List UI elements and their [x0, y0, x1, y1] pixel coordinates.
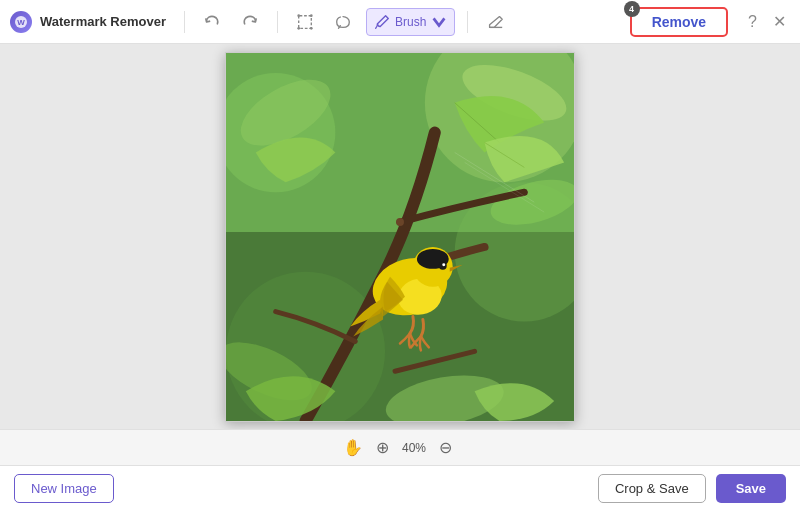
image-display[interactable]: [225, 52, 575, 422]
bottom-bar: New Image Crop & Save Save: [0, 465, 800, 511]
window-controls: ? ✕: [744, 10, 790, 33]
help-button[interactable]: ?: [744, 11, 761, 33]
svg-point-21: [396, 218, 404, 226]
svg-point-5: [297, 26, 300, 29]
title-bar: W Watermark Remover: [0, 0, 800, 44]
remove-button[interactable]: Remove: [630, 7, 728, 37]
remove-button-wrap: 4 Remove: [630, 7, 728, 37]
notification-badge: 4: [624, 1, 640, 17]
zoom-bar: ✋ ⊕ 40% ⊖: [0, 429, 800, 465]
new-image-button[interactable]: New Image: [14, 474, 114, 503]
selection-button[interactable]: [290, 9, 320, 35]
main-content: [0, 44, 800, 429]
zoom-in-button[interactable]: ⊕: [371, 436, 394, 459]
bottom-right-area: Crop & Save Save: [598, 474, 786, 503]
hand-tool-icon[interactable]: ✋: [343, 438, 363, 457]
toolbar-separator-3: [467, 11, 468, 33]
zoom-level: 40%: [402, 441, 426, 455]
image-canvas: [225, 52, 575, 422]
svg-rect-2: [299, 15, 312, 28]
lasso-button[interactable]: [328, 9, 358, 35]
close-button[interactable]: ✕: [769, 10, 790, 33]
toolbar-separator: [184, 11, 185, 33]
undo-button[interactable]: [197, 9, 227, 35]
toolbar-separator-2: [277, 11, 278, 33]
svg-text:W: W: [17, 18, 25, 27]
redo-button[interactable]: [235, 9, 265, 35]
app-logo: W: [10, 11, 32, 33]
brush-label: Brush: [395, 15, 426, 29]
svg-point-4: [310, 14, 313, 17]
brush-button[interactable]: Brush: [366, 8, 455, 36]
save-button[interactable]: Save: [716, 474, 786, 503]
svg-point-29: [442, 263, 445, 266]
svg-point-3: [297, 14, 300, 17]
bottom-left-area: New Image: [14, 474, 598, 503]
crop-save-button[interactable]: Crop & Save: [598, 474, 706, 503]
svg-point-6: [310, 26, 313, 29]
app-title: Watermark Remover: [40, 14, 166, 29]
zoom-out-button[interactable]: ⊖: [434, 436, 457, 459]
eraser-button[interactable]: [480, 9, 510, 35]
